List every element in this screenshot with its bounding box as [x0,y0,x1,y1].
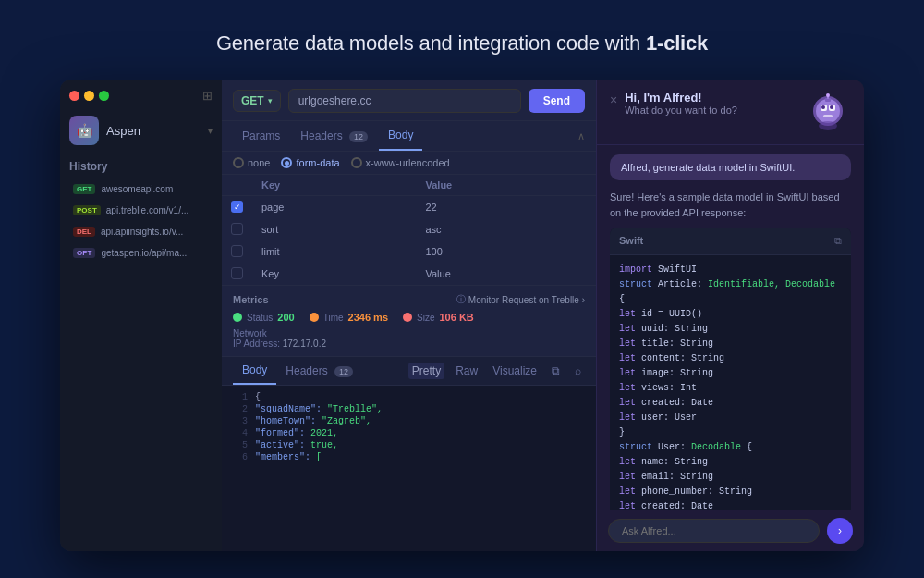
alfred-input[interactable] [608,519,820,543]
tab-response-headers[interactable]: Headers 12 [276,358,362,384]
visualize-button[interactable]: Visualize [489,363,541,379]
code-line: 5 "active": true, [222,439,596,451]
sidebar: ⊞ 🤖 Aspen ▾ History GET awesomeapi.com P… [60,80,222,551]
profile-name: Aspen [106,124,140,138]
alfred-greeting-sub: What do you want to do? [625,105,805,116]
radio-circle-none [233,157,244,168]
table-row[interactable]: ✓ page 22 [222,196,596,218]
list-item[interactable]: DEL api.apiinsights.io/v... [66,222,216,241]
profile-chevron-icon: ▾ [208,126,213,136]
col-value-header: Value [416,175,596,196]
pretty-button[interactable]: Pretty [408,363,444,379]
tabs-chevron-icon[interactable]: ∧ [578,130,585,142]
copy-code-icon[interactable]: ⧉ [834,233,842,249]
alfred-send-button[interactable]: › [827,518,853,544]
metric-time: Time 2346 ms [310,312,388,323]
method-label: GET [241,94,264,107]
metrics-title: Metrics [233,294,269,305]
code-line: 1{ [222,391,596,403]
radio-circle-form [281,157,292,168]
swift-code-line: } [619,425,842,440]
swift-code-line: let title: String [619,337,842,351]
raw-button[interactable]: Raw [452,363,481,379]
time-dot [310,313,319,322]
monitor-link[interactable]: ⓘ Monitor Request on Treblle › [456,293,585,306]
sidebar-toggle-icon[interactable]: ⊞ [202,89,213,103]
code-block: Swift ⧉ import SwiftUIstruct Article: Id… [610,228,851,510]
app-window: ⊞ 🤖 Aspen ▾ History GET awesomeapi.com P… [60,80,864,551]
method-badge: POST [73,205,101,215]
history-url: getaspen.io/api/ma... [101,248,187,258]
alfred-panel: × Hi, I'm Alfred! What do you want to do… [596,80,864,551]
traffic-lights [69,91,109,101]
list-item[interactable]: OPT getaspen.io/api/ma... [66,243,216,263]
headers-badge: 12 [349,131,368,142]
method-badge: DEL [73,227,95,237]
code-line: 3 "homeTown": "Zagreb", [222,415,596,427]
svg-point-5 [830,105,833,109]
close-button[interactable] [69,91,79,101]
list-item[interactable]: POST api.treblle.com/v1/... [66,201,216,220]
history-label: History [60,154,222,178]
tab-response-body[interactable]: Body [233,357,276,385]
network-section: Network IP Address: 172.17.0.2 [233,328,585,349]
status-dot [233,313,242,322]
swift-code-line: let email: String [619,470,842,485]
response-headers-badge: 12 [334,366,353,377]
tab-headers[interactable]: Headers 12 [291,122,377,150]
metric-status: Status 200 [233,312,295,323]
table-row[interactable]: sort asc [222,218,596,240]
url-input[interactable] [288,89,521,113]
code-block-header: Swift ⧉ [610,228,851,255]
swift-code-line: let views: Int [619,381,842,396]
swift-code-line: let created: Date [619,499,842,510]
swift-code-line: let image: String [619,366,842,381]
headline: Generate data models and integration cod… [216,31,708,55]
metric-size: Size 106 KB [403,312,474,323]
method-badge: GET [73,184,95,194]
col-key-header: Key [252,175,416,196]
list-item[interactable]: GET awesomeapi.com [66,179,216,199]
titlebar: ⊞ [60,80,222,108]
alfred-input-bar: › [597,510,864,551]
response-tab-bar: Body Headers 12 Pretty Raw Visualize ⧉ ⌕ [222,356,596,386]
svg-point-4 [821,105,825,109]
copy-icon[interactable]: ⧉ [548,363,564,379]
status-value: 200 [277,312,294,323]
tab-body[interactable]: Body [379,121,422,151]
search-icon[interactable]: ⌕ [571,363,585,379]
url-bar: GET ▾ Send [222,80,596,121]
alfred-greeting: Hi, I'm Alfred! What do you want to do? [625,91,805,116]
swift-code-line: import SwiftUI [619,263,842,277]
code-view: 1{2 "squadName": "Treblle",3 "homeTown":… [222,386,596,551]
code-line: 2 "squadName": "Treblle", [222,403,596,415]
profile-section[interactable]: 🤖 Aspen ▾ [60,108,222,154]
swift-code-line: struct Article: Identifiable, Decodable … [619,277,842,307]
close-icon[interactable]: × [610,92,617,107]
history-url: api.treblle.com/v1/... [106,205,188,215]
method-chevron-icon: ▾ [268,96,273,105]
table-row[interactable]: Key Value [222,263,596,285]
table-row[interactable]: limit 100 [222,240,596,263]
svg-point-1 [816,99,840,123]
ip-value: 172.17.0.2 [283,338,326,349]
radio-none[interactable]: none [233,157,270,168]
user-message: Alfred, generate data model in SwiftUI. [610,154,851,180]
send-button[interactable]: Send [529,89,585,113]
radio-form-label: form-data [296,157,339,168]
minimize-button[interactable] [84,91,94,101]
main-content: GET ▾ Send Params Headers 12 Body ∧ [222,80,596,551]
tab-params[interactable]: Params [233,122,289,150]
alfred-messages: Alfred, generate data model in SwiftUI. … [597,145,864,510]
maximize-button[interactable] [99,91,109,101]
swift-code-line: let phone_number: String [619,485,842,499]
radio-urlencoded[interactable]: x-www-urlencoded [351,157,450,168]
radio-url-label: x-www-urlencoded [366,157,450,168]
radio-form-data[interactable]: form-data [281,157,339,168]
code-content: import SwiftUIstruct Article: Identifiab… [610,255,851,510]
svg-point-9 [826,93,830,97]
code-line: 6 "members": [ [222,451,596,463]
method-selector[interactable]: GET ▾ [233,90,281,112]
metrics-section: Metrics ⓘ Monitor Request on Treblle › S… [222,285,596,356]
radio-none-label: none [248,157,270,168]
